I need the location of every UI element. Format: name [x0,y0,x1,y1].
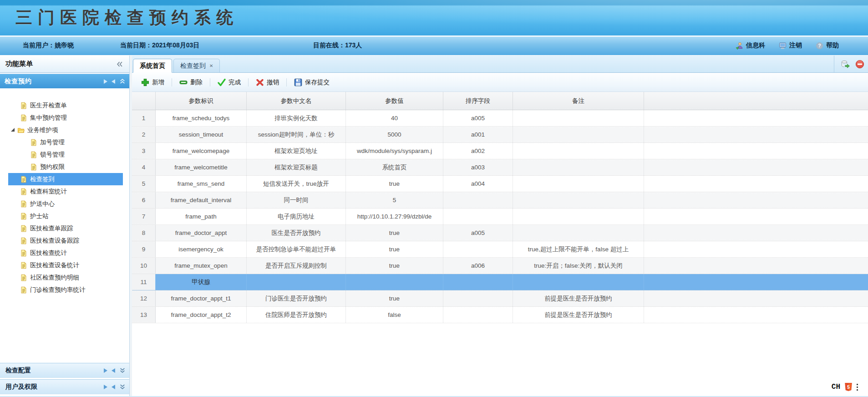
sidebar-item-门诊检查预约率统计[interactable]: 门诊检查预约率统计 [8,284,123,296]
table-row-1[interactable]: 1frame_schedu_todys排班实例化天数40a005 [132,110,868,127]
cell-参数值: 5000 [346,127,443,143]
sidebar-item-医技检查设备跟踪[interactable]: 医技检查设备跟踪 [8,234,123,247]
toolbar-button-完成[interactable]: 完成 [214,76,244,88]
panel-expand-down-icon[interactable] [119,367,126,373]
tree-expander-icon[interactable] [11,128,15,132]
sidebar-item-检查签到[interactable]: 检查签到 [8,173,123,185]
cell-参数中文名: session超时时间，单位：秒 [247,127,346,143]
ime-grip-handle[interactable] [857,384,858,391]
column-header-参数中文名[interactable]: 参数中文名 [247,92,346,110]
cell-参数值: 5 [346,192,443,208]
statusbar-link-信息科[interactable]: 信息科 [736,41,765,50]
sidebar-collapse-icon[interactable] [115,60,124,69]
panel-prev-icon[interactable] [112,79,115,84]
panel-next-icon[interactable] [104,385,107,389]
toolbar-button-label: 完成 [228,78,241,87]
row-number: 4 [132,159,156,175]
panel-collapse-up-icon[interactable] [119,78,126,84]
sidebar-item-加号管理[interactable]: 加号管理 [8,136,123,148]
toolbar-separator [172,78,172,87]
close-panel-icon[interactable] [855,60,864,69]
document-icon [20,237,27,244]
panel-header-users-permissions[interactable]: 用户及权限 [0,379,129,394]
sidebar-item-社区检查预约明细[interactable]: 社区检查预约明细 [8,271,123,284]
grid-header-rownum [132,92,156,110]
toolbar-button-撤销[interactable]: 撤销 [252,76,283,88]
toolbar-button-label: 撤销 [267,78,279,87]
panel-next-icon[interactable] [104,368,107,373]
cell-参数标识: session_timeout [156,127,247,143]
column-header-排序字段[interactable]: 排序字段 [443,92,513,110]
cell-参数中文名: 门诊医生是否开放预约 [247,290,346,306]
column-header-参数标识[interactable]: 参数标识 [156,92,247,110]
cell-参数标识: frame_welcomepage [156,143,247,159]
row-number: 7 [132,209,156,224]
cell-参数值: true [346,176,443,192]
sidebar-item-护送中心[interactable]: 护送中心 [8,198,123,210]
ime-indicator[interactable]: CH 5 [832,382,858,392]
toolbar-button-删除[interactable]: 删除 [176,76,206,88]
sidebar-item-业务维护项[interactable]: 业务维护项 [8,124,123,136]
table-row-4[interactable]: 4frame_welcometitle框架欢迎页标题系统首页a003 [132,159,868,176]
check-icon [218,78,226,87]
current-date-label: 当前日期：2021年08月03日 [120,41,199,50]
sidebar-item-护士站[interactable]: 护士站 [8,210,123,222]
toolbar-button-保存提交[interactable]: 保存提交 [290,76,333,88]
refresh-data-icon[interactable] [841,60,850,69]
panel-expand-down-icon[interactable] [119,384,126,390]
table-row-9[interactable]: 9isemergency_ok是否控制急诊单不能超过开单truetrue,超过上… [132,241,868,258]
table-row-2[interactable]: 2session_timeoutsession超时时间，单位：秒5000a001 [132,127,868,143]
table-row-6[interactable]: 6frame_default_interval同一时间5 [132,192,868,209]
toolbar-button-新增[interactable]: 新增 [137,76,168,88]
tab-close-icon[interactable]: ✕ [209,63,213,68]
cell-排序字段: a003 [443,159,513,175]
cell-参数标识: isemergency_ok [156,241,247,257]
panel-prev-icon[interactable] [112,368,115,373]
panel-prev-icon[interactable] [112,385,115,389]
cell-排序字段 [443,192,513,208]
tab-检查签到[interactable]: 检查签到✕ [173,59,220,72]
sidebar-item-锁号管理[interactable]: 锁号管理 [8,148,123,161]
column-header-参数值[interactable]: 参数值 [346,92,443,110]
statusbar-link-注销[interactable]: 注销 [779,41,802,50]
tab-系统首页[interactable]: 系统首页 [133,59,172,73]
table-row-11[interactable]: 11甲状腺 [132,274,868,290]
table-row-8[interactable]: 8frame_doctor_appt医生是否开放预约truea005 [132,225,868,241]
cell-排序字段 [443,274,513,290]
tab-label: 系统首页 [140,62,165,70]
statusbar-links: 信息科注销?帮助 [736,36,839,56]
cell-参数中文名: 电子病历地址 [247,209,346,224]
table-row-5[interactable]: 5frame_sms_send短信发送开关，true放开truea004 [132,176,868,192]
table-row-13[interactable]: 13frame_doctor_appt_t2住院医师是否开放预约false前提是… [132,307,868,323]
sidebar-item-集中预约管理[interactable]: 集中预约管理 [8,112,123,124]
column-header-备注[interactable]: 备注 [513,92,644,110]
table-row-7[interactable]: 7frame_path电子病历地址http://10.10.1.27:99/dz… [132,209,868,225]
cell-参数标识: frame_path [156,209,247,224]
sidebar-item-医技检查统计[interactable]: 医技检查统计 [8,247,123,259]
cell-排序字段: a002 [443,143,513,159]
document-icon [20,188,27,195]
table-row-3[interactable]: 3frame_welcomepage框架欢迎页地址wdk/module/sys/… [132,143,868,159]
tree-item-label: 医技检查设备统计 [30,261,79,270]
cell-参数值: true [346,241,443,257]
sidebar-item-检查科室统计[interactable]: 检查科室统计 [8,185,123,198]
toolbar-button-label: 删除 [190,78,203,87]
table-row-10[interactable]: 10frame_mutex_open是否开启互斥规则控制truea006true… [132,258,868,274]
panel-next-icon[interactable] [104,79,107,84]
panel-title: 检查配置 [5,366,104,375]
panel-header-exam-appointment[interactable]: 检查预约 [0,74,129,88]
sidebar-item-医生开检查单[interactable]: 医生开检查单 [8,99,123,112]
sidebar-item-预约权限[interactable]: 预约权限 [8,161,123,173]
table-row-12[interactable]: 12frame_doctor_appt_t1门诊医生是否开放预约true前提是医… [132,290,868,307]
sidebar-item-医技检查设备统计[interactable]: 医技检查设备统计 [8,259,123,271]
toolbar-separator [286,78,287,87]
statusbar-link-帮助[interactable]: ?帮助 [816,41,839,50]
panel-header-exam-config[interactable]: 检查配置 [0,363,129,378]
cell-备注 [513,176,644,192]
tab-label: 检查签到 [180,62,206,70]
sidebar-item-医技检查单跟踪[interactable]: 医技检查单跟踪 [8,222,123,234]
cell-备注 [513,143,644,159]
document-icon [20,249,27,257]
current-user: 当前用户：姚帝晓 [12,36,74,56]
ime-language-label[interactable]: CH [832,383,840,391]
